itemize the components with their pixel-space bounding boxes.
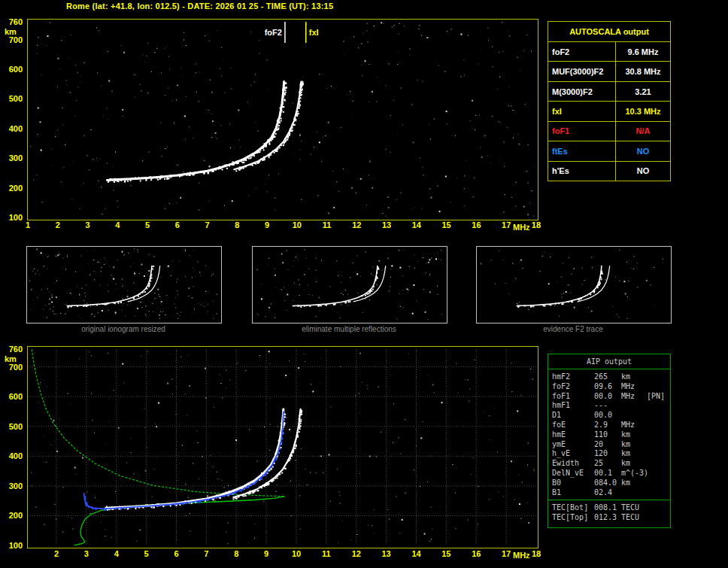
aip-parameter-unit xyxy=(621,401,647,411)
x-tick-label: 12 xyxy=(345,220,368,229)
ionogram-plot-top: foF2fxI xyxy=(27,19,538,220)
x-tick-label: 11 xyxy=(316,220,338,229)
aip-parameter-value: 265 xyxy=(594,372,621,382)
aip-parameter-note xyxy=(647,478,670,488)
autoscala-parameter-value: NO xyxy=(616,147,670,156)
autoscala-parameter-value: N/A xyxy=(616,126,670,135)
ionogram-canvas-bottom xyxy=(28,347,536,546)
thumbnail-caption: evidence F2 trace xyxy=(476,325,670,334)
x-tick-label: 13 xyxy=(375,220,398,229)
aip-parameter-unit: km xyxy=(621,430,647,440)
x-tick-label: 6 xyxy=(166,220,189,229)
aip-parameter-note xyxy=(647,372,670,382)
aip-parameter-unit: TECU xyxy=(621,503,647,513)
aip-tec-rows: TEC[Bot]008.1TECUTEC[Top]012.3TECU xyxy=(548,500,670,524)
y-tick-label: 200 xyxy=(0,184,23,193)
autoscala-parameter-name: h'Es xyxy=(548,162,616,181)
aip-parameter-value: 110 xyxy=(594,430,621,440)
aip-row: D100.0 xyxy=(552,411,670,421)
x-tick-label: 6 xyxy=(165,549,188,558)
aip-parameter-name: Ewidth xyxy=(552,459,594,469)
trace-speckle xyxy=(108,82,287,183)
x-tick-label: 4 xyxy=(106,220,129,229)
aip-row: foE2.9MHz xyxy=(552,421,670,430)
trace-speckle xyxy=(105,409,286,510)
x-tick-label: 10 xyxy=(285,549,308,558)
x-tick-label: 9 xyxy=(256,220,278,229)
aip-row: TEC[Top]012.3TECU xyxy=(552,513,670,523)
aip-parameter-value: 02.4 xyxy=(594,488,621,498)
x-tick-label: 9 xyxy=(255,549,278,558)
noise-speckle xyxy=(30,21,534,216)
x-tick-label: 17 xyxy=(495,549,517,558)
x-tick-label: 8 xyxy=(226,220,248,229)
x-tick-label: 7 xyxy=(196,220,219,229)
thumbnail-canvas-eliminate xyxy=(253,247,445,321)
aip-parameter-name: hmF2 xyxy=(552,372,594,382)
autoscala-parameter-value: 30.8 MHz xyxy=(616,67,670,76)
aip-parameter-note xyxy=(647,430,670,440)
aip-row: hmE110km xyxy=(552,430,670,440)
trace-speckle xyxy=(517,271,602,308)
x-tick-label: 4 xyxy=(105,549,128,558)
thumbnail-original-ionogram xyxy=(26,246,222,323)
x-tick-label: 3 xyxy=(77,220,99,229)
autoscala-row: fxI10.3 MHz xyxy=(548,101,670,120)
aip-parameter-name: D1 xyxy=(552,411,594,421)
autoscala-parameter-value: 10.3 MHz xyxy=(616,107,670,116)
aip-parameter-note xyxy=(647,440,670,450)
aip-row: DelN_vE00.1m^(-3) xyxy=(552,469,670,478)
y-tick-label: 200 xyxy=(0,511,23,520)
y-tick-label: 500 xyxy=(0,94,23,103)
noise-speckle xyxy=(29,248,217,319)
aip-panel-header: AIP output xyxy=(548,354,670,369)
omode-trace xyxy=(106,409,284,508)
autoscala-parameter-value: NO xyxy=(616,166,670,175)
aip-parameter-unit: TECU xyxy=(621,513,647,523)
profile-topside xyxy=(32,350,284,497)
trace-speckle xyxy=(84,430,284,511)
y-tick-label: 600 xyxy=(0,392,23,401)
fxi-marker-label: fxI xyxy=(309,28,319,37)
aip-parameter-note xyxy=(647,459,670,469)
y-tick-label: 100 xyxy=(0,213,23,222)
aip-parameter-note xyxy=(647,449,670,459)
aip-parameter-value: 00.0 xyxy=(594,411,621,421)
aip-parameter-name: hmF1 xyxy=(552,401,594,411)
aip-parameter-note xyxy=(647,503,670,513)
aip-parameter-note xyxy=(647,401,670,411)
autoscala-row: MUF(3000)F230.8 MHz xyxy=(548,61,670,80)
thumbnail-eliminate-reflections xyxy=(252,246,447,323)
aip-parameter-note: [PN] xyxy=(647,392,670,402)
thumbnail-canvas-original xyxy=(27,247,220,321)
aip-row: Ewidth25km xyxy=(552,459,670,469)
mini-omode-trace xyxy=(67,266,151,306)
y-tick-label: 760 xyxy=(0,17,23,26)
autoscala-parameter-name: MUF(3000)F2 xyxy=(548,62,616,80)
aip-parameter-value: 084.0 xyxy=(594,478,621,488)
aip-parameter-unit: km xyxy=(621,440,647,450)
autoscala-output-panel: AUTOSCALA output foF29.6 MHzMUF(3000)F23… xyxy=(548,21,671,181)
noise-speckle xyxy=(31,351,535,544)
aip-parameter-name: foF1 xyxy=(552,392,594,402)
aip-parameter-name: B0 xyxy=(552,478,594,488)
aip-row: B102.4 xyxy=(552,488,670,498)
x-tick-label: 8 xyxy=(225,549,247,558)
aip-parameter-unit: MHz xyxy=(621,382,647,392)
aip-row: ymE20km xyxy=(552,440,670,450)
aip-output-panel: AIP output hmF2265kmfoF209.6MHzfoF100.0M… xyxy=(548,354,671,528)
y-tick-label: 400 xyxy=(0,124,23,133)
aip-parameter-value: 120 xyxy=(594,449,621,459)
trace-speckle xyxy=(297,267,379,308)
aip-parameter-note xyxy=(647,488,670,498)
x-tick-label: 14 xyxy=(405,549,428,558)
aip-parameter-note xyxy=(647,513,670,523)
x-tick-label: 5 xyxy=(136,220,159,229)
autoscala-parameter-name: fxI xyxy=(548,102,616,120)
aip-parameter-unit: km xyxy=(621,459,647,469)
x-tick-label: 16 xyxy=(465,549,487,558)
autoscala-parameter-value: 3.21 xyxy=(616,87,670,96)
y-tick-label: 400 xyxy=(0,451,23,460)
aip-row: hmF1--- xyxy=(552,401,670,411)
mini-omode-trace xyxy=(293,266,377,306)
